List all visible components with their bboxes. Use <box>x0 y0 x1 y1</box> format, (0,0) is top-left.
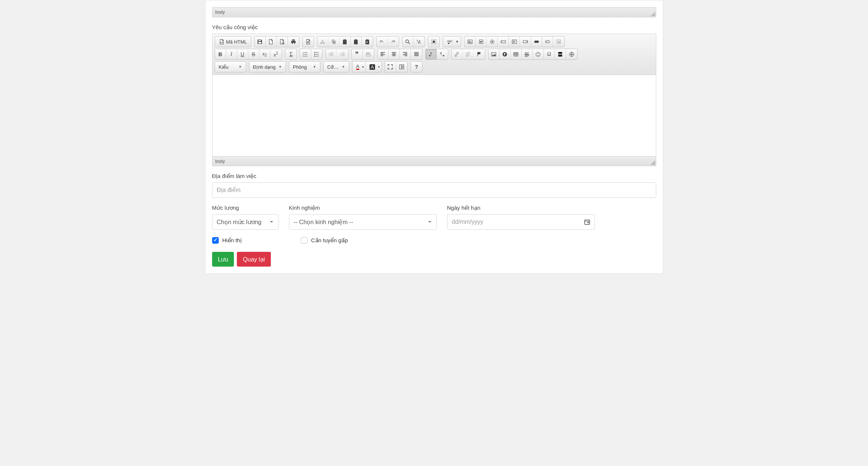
strike-button[interactable]: S <box>248 49 259 59</box>
find-button[interactable] <box>402 37 413 47</box>
templates-icon <box>305 39 311 45</box>
image-icon <box>491 51 497 57</box>
urgent-check[interactable]: Cần tuyển gấp <box>301 237 348 244</box>
paste-button[interactable] <box>340 37 351 47</box>
replace-button[interactable]: ba <box>413 37 425 47</box>
checkbox-button[interactable] <box>476 37 487 47</box>
svg-point-1 <box>406 40 409 43</box>
outdent-button[interactable] <box>326 49 337 59</box>
form-button[interactable] <box>464 37 476 47</box>
subscript-button[interactable]: x2 <box>259 49 270 59</box>
save-icon-button[interactable] <box>255 37 266 47</box>
showblocks-button[interactable] <box>396 62 407 72</box>
imagebutton-button[interactable] <box>542 37 553 47</box>
numberedlist-button[interactable]: 123 <box>300 49 311 59</box>
bgcolor-button[interactable]: A▾ <box>366 62 381 72</box>
radio-button[interactable] <box>487 37 498 47</box>
link-button[interactable] <box>452 49 463 59</box>
justifyright-button[interactable] <box>400 49 411 59</box>
hiddenfield-button[interactable]: H <box>553 37 564 47</box>
location-input[interactable] <box>212 182 656 198</box>
bold-button[interactable]: B <box>215 49 226 59</box>
smiley-button[interactable] <box>533 49 544 59</box>
select-button[interactable] <box>520 37 531 47</box>
justifyblock-button[interactable] <box>411 49 422 59</box>
resize-handle[interactable] <box>651 12 655 16</box>
showblocks-icon <box>399 64 405 70</box>
salary-select[interactable]: Chọn mức lương <box>212 214 279 230</box>
size-combo[interactable]: Cỡ…▼ <box>323 61 349 72</box>
location-label: Địa điểm làm việc <box>212 173 656 179</box>
table-icon <box>513 51 519 57</box>
removeformat-button[interactable]: T✕ <box>285 49 296 59</box>
superscript-button[interactable]: x2 <box>270 49 282 59</box>
visible-check[interactable]: Hiển thị <box>212 237 242 244</box>
pastetext-button[interactable] <box>351 37 362 47</box>
blockquote-button[interactable]: ❞ <box>352 49 363 59</box>
styles-combo[interactable]: Kiểu▼ <box>215 61 246 72</box>
superscript-icon: x2 <box>274 51 278 58</box>
justifycenter-button[interactable] <box>389 49 400 59</box>
checkbox-icon <box>478 39 484 45</box>
visible-checkbox[interactable] <box>212 237 219 244</box>
pasteword-button[interactable] <box>362 37 373 47</box>
table-button[interactable] <box>511 49 522 59</box>
selectall-button[interactable] <box>428 37 439 47</box>
svg-rect-16 <box>534 41 539 43</box>
bulletedlist-button[interactable] <box>311 49 322 59</box>
expiry-input[interactable] <box>447 214 595 230</box>
italic-button[interactable]: I <box>226 49 237 59</box>
undo-button[interactable] <box>377 37 388 47</box>
editor-content-area[interactable] <box>212 75 656 156</box>
specialchar-button[interactable]: Ω <box>544 49 555 59</box>
resize-handle[interactable] <box>651 161 655 165</box>
save-button[interactable]: Lưu <box>212 252 234 267</box>
cut-button[interactable] <box>317 37 329 47</box>
ol-icon: 123 <box>302 51 308 57</box>
justifyleft-button[interactable] <box>378 49 389 59</box>
format-combo[interactable]: Định dạng▼ <box>249 61 286 72</box>
creatediv-button[interactable]: DIV <box>363 49 374 59</box>
svg-rect-38 <box>399 65 401 69</box>
outdent-icon <box>328 51 334 57</box>
button-button[interactable] <box>531 37 542 47</box>
underline-button[interactable]: U <box>237 49 248 59</box>
iframe-button[interactable] <box>566 49 577 59</box>
svg-rect-39 <box>402 65 404 66</box>
textcolor-button[interactable]: A▾ <box>353 62 366 72</box>
experience-select[interactable]: -- Chọn kinh nghiệm -- <box>289 214 437 230</box>
font-combo[interactable]: Phông▼ <box>289 61 320 72</box>
textfield-button[interactable] <box>498 37 509 47</box>
bidirtl-button[interactable]: ¶ <box>437 49 448 59</box>
radio-icon <box>489 39 495 45</box>
textarea-button[interactable] <box>509 37 520 47</box>
preview-button[interactable] <box>277 37 288 47</box>
unlink-button[interactable] <box>463 49 474 59</box>
maximize-button[interactable] <box>385 62 396 72</box>
spellcheck-button[interactable]: ABC▼ <box>443 37 461 47</box>
svg-text:¶: ¶ <box>430 52 432 55</box>
print-button[interactable] <box>288 37 299 47</box>
back-button[interactable]: Quay lại <box>237 252 271 267</box>
preview-icon <box>279 39 285 45</box>
source-button[interactable]: Mã HTML <box>215 37 251 47</box>
bidiltr-button[interactable]: ¶ <box>426 49 437 59</box>
pagebreak-button[interactable] <box>555 49 566 59</box>
copy-button[interactable] <box>329 37 340 47</box>
salary-label: Mức lương <box>212 205 279 211</box>
image-button[interactable] <box>489 49 500 59</box>
templates-button[interactable] <box>303 37 314 47</box>
indent-button[interactable] <box>337 49 348 59</box>
hr-button[interactable] <box>522 49 533 59</box>
spellcheck-icon: ABC <box>447 39 453 45</box>
anchor-button[interactable] <box>474 49 485 59</box>
redo-button[interactable] <box>388 37 399 47</box>
aligncenter-icon <box>391 51 397 57</box>
underline-icon: U <box>241 51 244 57</box>
flash-button[interactable] <box>500 49 511 59</box>
about-button[interactable]: ? <box>411 62 422 72</box>
undo-icon <box>379 39 385 45</box>
file-code-icon <box>219 39 225 45</box>
urgent-checkbox[interactable] <box>301 237 307 244</box>
newpage-button[interactable] <box>266 37 277 47</box>
